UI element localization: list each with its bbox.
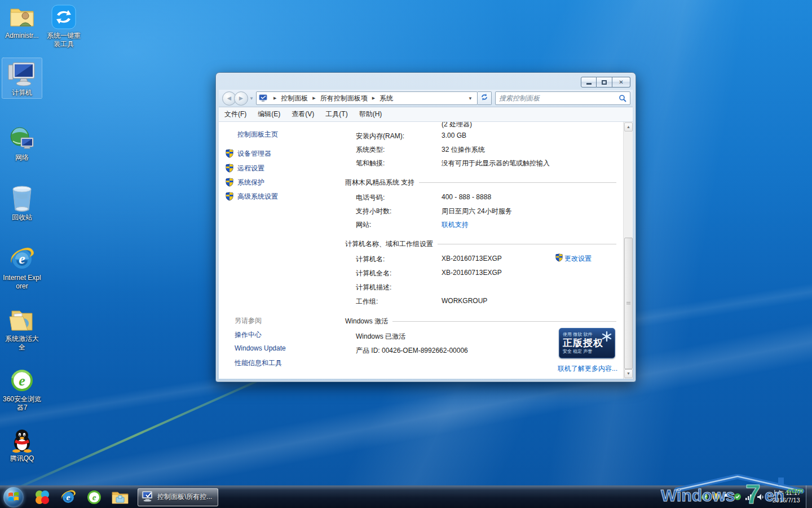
scrollbar-grip [626,302,630,305]
taskbar-icon-windows-explorer[interactable] [110,487,130,507]
desktop-icon-label: Internet Explorer [2,274,42,291]
desktop-icon-administrator[interactable]: Administr... [2,3,42,40]
genuine-microsoft-badge[interactable]: 使用 微软 软件 正版授权 安全 稳定 声誉 [559,328,615,358]
svg-text:e: e [19,373,25,389]
vertical-scrollbar[interactable]: ▲ ▼ [623,122,633,379]
menu-item-file[interactable]: 文件(F) [219,107,252,121]
processor-info-partial: (2 处理器) [442,122,472,129]
maximize-icon [602,80,607,85]
system-control-panel-window: ✕ ◄ ► ▼ ▶ 控制面板 ▶ 所有控制面板项 ▶ 系统 ▼ [215,72,636,382]
sidebar: 控制面板主页 设备管理器 远程设置 系统保护 高级系统设置 另请参阅 操作中心 … [219,122,332,379]
window-titlebar[interactable]: ✕ [216,73,636,90]
sidebar-item-advanced-settings[interactable]: 高级系统设置 [237,192,278,202]
minimize-icon [586,83,592,85]
tray-volume-icon[interactable] [757,493,765,501]
online-support-link[interactable]: 联机支持 [442,220,469,230]
start-button[interactable] [3,487,24,507]
desktop-icon-label: 腾讯QQ [2,454,42,463]
active-task-label: 控制面板\所有控... [157,492,212,502]
system-page-icon [259,94,268,102]
history-dropdown-icon[interactable]: ▼ [249,96,254,101]
navigation-bar: ◄ ► ▼ ▶ 控制面板 ▶ 所有控制面板项 ▶ 系统 ▼ [219,90,633,107]
breadcrumb-segment-all-items[interactable]: 所有控制面板项 [319,93,369,104]
tray-network-icon[interactable] [745,493,753,501]
minimize-button[interactable] [581,77,597,87]
back-arrow-icon: ◄ [226,94,233,102]
learn-more-online-link[interactable]: 联机了解更多内容... [558,364,617,374]
sidebar-item-performance-tools[interactable]: 性能信息和工具 [235,358,282,368]
desktop-icon-label: 系统激活大全 [2,335,42,352]
sidebar-item-remote-settings[interactable]: 远程设置 [237,164,264,173]
computer-name-value: XB-20160713EXGP [442,255,502,262]
search-icon[interactable] [619,94,630,102]
sidebar-item-control-panel-home[interactable]: 控制面板主页 [237,130,278,139]
tray-action-center-flag-icon[interactable] [723,493,730,501]
sidebar-item-device-manager[interactable]: 设备管理器 [237,149,271,159]
support-hours-value: 周日至周六 24小时服务 [442,207,512,216]
tray-360-icon[interactable] [700,493,709,501]
active-task-control-panel[interactable]: 控制面板\所有控... [138,488,218,506]
pen-touch-value: 没有可用于此显示器的笔或触控输入 [442,159,550,168]
system-type-label: 系统类型: [356,145,385,155]
desktop-icon-tencent-qq[interactable]: 腾讯QQ [2,426,42,463]
menu-item-help[interactable]: 帮助(H) [354,107,388,121]
section-rule [392,321,616,322]
desktop-icon-recycle-bin[interactable]: 回收站 [2,185,42,222]
full-computer-name-value: XB-20160713EXGP [442,269,502,277]
desktop-icon-label: Administr... [2,32,42,40]
refresh-icon [480,93,488,103]
scroll-up-button[interactable]: ▲ [624,122,633,132]
computer-description-label: 计算机描述: [356,283,391,292]
svg-text:e: e [19,251,25,267]
desktop-icon-computer[interactable]: 计算机 [2,58,42,98]
section-rule [419,182,616,183]
change-settings-link[interactable]: 更改设置 [555,253,592,264]
refresh-button[interactable] [478,91,492,105]
computer-name-section-header: 计算机名称、域和工作组设置 [345,239,616,249]
search-input[interactable] [496,94,619,102]
system-window-icon [142,491,154,503]
scroll-down-button[interactable]: ▼ [624,369,633,378]
forward-button[interactable]: ► [234,91,248,106]
support-section-header: 雨林木风精品系统 支持 [345,178,616,187]
taskbar: e e 控制面板\所有控... 上午 11:17 2016/ [0,485,812,508]
desktop-icon-one-key-reinstall[interactable]: 系统一键重装工具 [44,3,83,49]
menu-item-view[interactable]: 查看(V) [286,107,320,121]
menu-item-tools[interactable]: 工具(T) [320,107,353,121]
desktop-icon-360-browser[interactable]: e 360安全浏览器7 [2,367,42,412]
ram-value: 3.00 GB [442,132,466,139]
workgroup-value: WORKGROUP [442,297,487,305]
open-folder-icon: e [2,306,42,334]
breadcrumb-arrow: ▶ [273,96,276,100]
desktop-icon-internet-explorer[interactable]: e Internet Explorer [2,246,42,291]
uac-shield-icon [226,178,233,189]
360-browser-icon: e [2,367,42,394]
show-desktop-button[interactable] [806,485,812,508]
maximize-button[interactable] [597,77,612,87]
see-also-header: 另请参阅 [235,316,262,326]
taskbar-icon-colorful-app[interactable] [32,487,52,507]
reinstall-tool-icon [44,3,83,30]
desktop-icon-system-activation[interactable]: e 系统激活大全 [2,306,42,352]
computer-icon [2,60,42,87]
sidebar-item-windows-update[interactable]: Windows Update [235,344,286,352]
breadcrumb-arrow: ▶ [372,96,375,100]
full-computer-name-label: 计算机全名: [356,269,391,278]
scrollbar-thumb[interactable] [624,238,633,369]
sidebar-item-action-center[interactable]: 操作中心 [235,330,262,340]
desktop-icon-network[interactable]: 网络 [2,125,42,162]
menu-item-edit[interactable]: 编辑(E) [252,107,286,121]
system-info-panel: (2 处理器) 安装内存(RAM): 3.00 GB 系统类型: 32 位操作系… [332,122,623,379]
close-button[interactable]: ✕ [612,77,630,87]
phone-label: 电话号码: [356,193,385,203]
sidebar-item-system-protection[interactable]: 系统保护 [237,178,264,187]
address-dropdown-icon[interactable]: ▼ [466,96,475,101]
breadcrumb-segment-system[interactable]: 系统 [378,93,394,104]
address-bar[interactable]: ▶ 控制面板 ▶ 所有控制面板项 ▶ 系统 ▼ [256,91,478,105]
taskbar-icon-360-browser[interactable]: e [84,487,104,507]
tray-shield-icon[interactable] [712,493,720,501]
taskbar-icon-internet-explorer[interactable]: e [58,487,78,507]
taskbar-clock[interactable]: 上午 11:17 2016/7/13 [768,489,804,504]
breadcrumb-segment-control-panel[interactable]: 控制面板 [280,93,309,104]
tray-green-check-icon[interactable] [734,493,742,501]
